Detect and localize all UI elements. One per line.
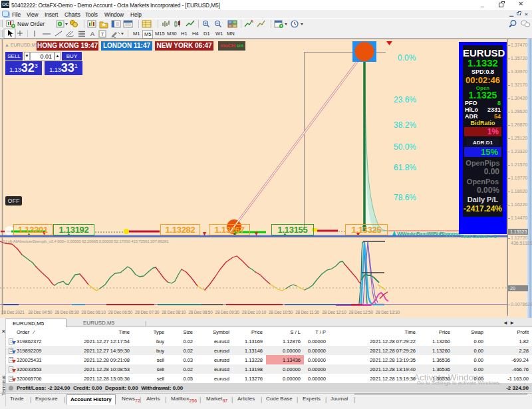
svg-text:A: A — [90, 31, 94, 37]
svg-text:T: T — [101, 31, 104, 37]
svg-text:New Order: New Order — [17, 21, 45, 27]
